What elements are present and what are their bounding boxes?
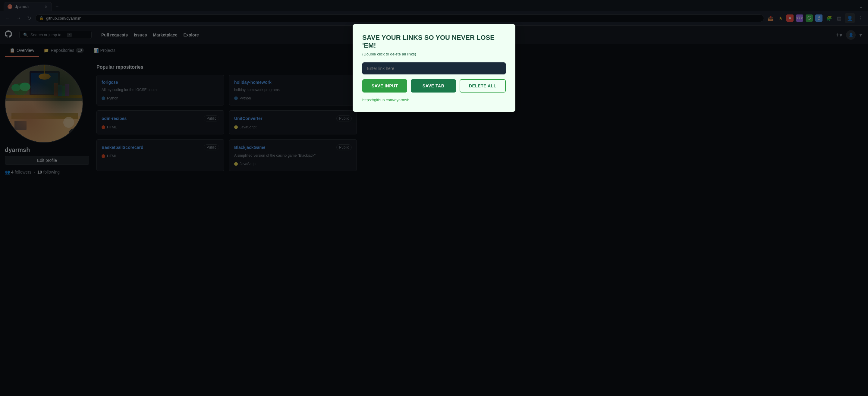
modal-overlay[interactable]: SAVE YOUR LINKS SO YOU NEVER LOSE 'EM! (… xyxy=(0,0,868,182)
save-links-modal: SAVE YOUR LINKS SO YOU NEVER LOSE 'EM! (… xyxy=(352,24,516,112)
link-input[interactable] xyxy=(362,62,506,74)
save-input-button[interactable]: SAVE INPUT xyxy=(362,79,407,93)
modal-buttons: SAVE INPUT SAVE TAB DELETE ALL xyxy=(362,79,506,93)
saved-link[interactable]: https://github.com/dyarmsh xyxy=(362,98,409,102)
modal-title: SAVE YOUR LINKS SO YOU NEVER LOSE 'EM! xyxy=(362,34,506,50)
modal-subtitle: (Double click to delete all links) xyxy=(362,52,506,56)
delete-all-button[interactable]: DELETE ALL xyxy=(460,79,506,93)
save-tab-button[interactable]: SAVE TAB xyxy=(411,79,456,93)
